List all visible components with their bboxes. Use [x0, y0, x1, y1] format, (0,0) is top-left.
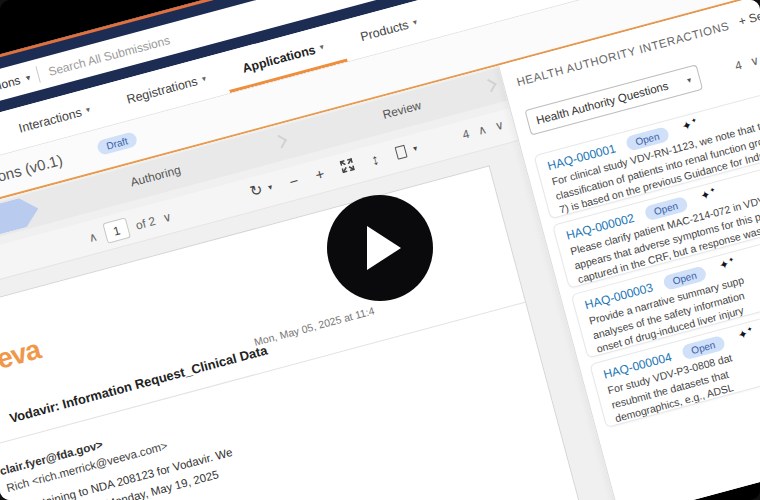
annotation-navigator: 4 ∧ ∨ — [461, 117, 505, 141]
question-count: 4 — [733, 58, 743, 73]
search-divider — [36, 66, 41, 83]
zoom-in-icon[interactable]: + — [313, 164, 326, 183]
next-question-icon[interactable]: ∨ — [749, 53, 760, 69]
previous-page-icon[interactable]: ∧ — [87, 229, 99, 245]
play-button[interactable] — [327, 195, 433, 301]
lifecycle-stage-authoring: Authoring — [129, 163, 182, 190]
previous-annotation-icon[interactable]: ∧ — [476, 122, 488, 138]
chevron-down-icon: ▾ — [686, 75, 692, 85]
ai-sparkle-icon[interactable]: ✦✦ — [699, 186, 718, 204]
ai-sparkle-icon[interactable]: ✦✦ — [736, 325, 755, 343]
email-document-page: veeva Vodavir: Information Request_Clini… — [0, 165, 587, 500]
ai-sparkle-icon[interactable]: ✦✦ — [718, 255, 737, 273]
email-date: Mon, May 05, 2025 at 11:4 — [253, 304, 376, 348]
page-navigator: ∧ 1 of 2 ∨ — [86, 206, 174, 248]
chevron-down-icon[interactable]: ▾ — [267, 182, 273, 192]
question-navigator: 4 ∨ ∧ — [733, 49, 760, 73]
chevron-down-icon: ▾ — [319, 42, 325, 52]
select-button[interactable]: + Select — [737, 4, 760, 29]
email-subject: Vodavir: Information Request_Clinical Da… — [8, 342, 269, 425]
chevron-right-icon — [273, 135, 287, 149]
chevron-down-icon: ▾ — [412, 17, 418, 27]
veeva-logo: veeva — [0, 334, 44, 384]
email-divider — [0, 302, 525, 449]
video-thumbnail: All Submissions ▾ Search All Submissions… — [0, 0, 760, 500]
chevron-down-icon[interactable]: ▾ — [412, 143, 418, 153]
search-scope-label: All Submissions — [0, 73, 22, 108]
chevron-down-icon: ▾ — [85, 105, 91, 115]
document-title: ons (v0.1) — [0, 151, 64, 185]
fit-height-icon[interactable]: ↕ — [369, 150, 381, 168]
page-count-label: of 2 — [134, 213, 157, 232]
chevron-right-icon — [483, 79, 497, 93]
play-icon — [367, 226, 401, 270]
ai-sparkle-icon[interactable]: ✦✦ — [680, 116, 699, 134]
rotate-icon[interactable]: ↻ — [248, 180, 265, 201]
expand-icon[interactable] — [339, 156, 356, 176]
chevron-down-icon: ▾ — [201, 74, 207, 84]
next-annotation-icon[interactable]: ∨ — [493, 117, 505, 133]
page-number-input[interactable]: 1 — [102, 217, 131, 243]
zoom-out-icon[interactable]: − — [287, 171, 300, 190]
chevron-down-icon[interactable]: ▾ — [24, 72, 31, 83]
page-layout-icon[interactable] — [394, 144, 407, 159]
lifecycle-stage-review: Review — [381, 98, 423, 122]
next-page-icon[interactable]: ∨ — [161, 209, 173, 225]
annotation-count: 4 — [461, 127, 471, 142]
status-badge-draft: Draft — [96, 131, 138, 156]
